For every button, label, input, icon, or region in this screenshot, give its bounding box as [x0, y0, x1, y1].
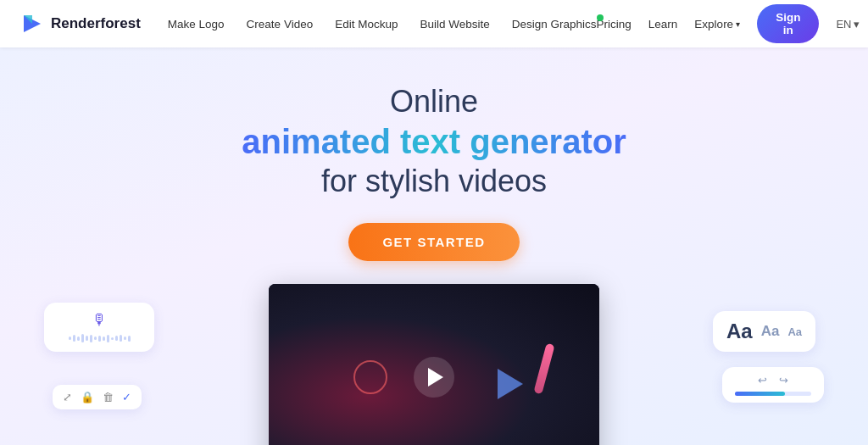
nav-design-graphics[interactable]: Design Graphics: [512, 18, 597, 31]
audio-wave: [69, 333, 131, 343]
sign-in-button[interactable]: Sign in: [757, 4, 819, 43]
font-size-large[interactable]: Aa: [726, 320, 753, 343]
trash-icon[interactable]: 🗑: [103, 391, 114, 403]
nav-explore[interactable]: Explore ▾: [694, 18, 740, 31]
logo-icon: [20, 12, 44, 36]
check-icon[interactable]: ✓: [122, 391, 131, 403]
nav-links: Make Logo Create Video Edit Mockup Build…: [168, 18, 597, 31]
deco-triangle: [498, 369, 523, 399]
video-play-button[interactable]: [414, 357, 454, 398]
logo-text: Renderforest: [51, 15, 141, 32]
lock-icon[interactable]: 🔒: [81, 391, 94, 403]
navbar: Renderforest Make Logo Create Video Edit…: [0, 0, 868, 47]
voice-widget: 🎙: [44, 303, 154, 352]
edit-toolbar: ⤢ 🔒 🗑 ✓: [53, 385, 142, 409]
nav-build-website[interactable]: Build Website: [420, 18, 489, 31]
deco-ring: [353, 360, 387, 394]
navbar-right: Pricing Learn Explore ▾ Sign in EN ▾: [597, 4, 860, 43]
video-inner: [269, 284, 599, 445]
font-size-widget: Aa Aa Aa: [713, 311, 815, 352]
nav-edit-mockup[interactable]: Edit Mockup: [335, 18, 398, 31]
navbar-left: Renderforest Make Logo Create Video Edit…: [20, 12, 597, 36]
slider-icons: ↩ ↪: [758, 374, 788, 387]
resize-icon[interactable]: ⤢: [63, 391, 72, 403]
redo-icon[interactable]: ↪: [779, 374, 788, 387]
nav-learn[interactable]: Learn: [648, 18, 678, 31]
hero-section: Online animated text generator for styli…: [0, 47, 868, 445]
slider-track[interactable]: [735, 392, 811, 396]
hero-line2: animated text generator: [242, 121, 626, 162]
language-selector[interactable]: EN ▾: [836, 18, 860, 31]
hero-line1: Online: [390, 83, 478, 120]
hero-line3: for stylish videos: [321, 164, 547, 199]
undo-icon[interactable]: ↩: [758, 374, 767, 387]
get-started-button[interactable]: GET STARTED: [348, 223, 519, 261]
deco-cylinder: [533, 343, 554, 395]
font-size-medium[interactable]: Aa: [761, 323, 780, 340]
nav-right-links: Pricing Learn Explore ▾: [597, 18, 741, 31]
language-label: EN: [836, 18, 851, 31]
chevron-down-icon: ▾: [854, 18, 860, 31]
font-size-small[interactable]: Aa: [787, 325, 802, 338]
microphone-icon: 🎙: [92, 311, 107, 329]
video-player[interactable]: How to Create Videos Online | Renderfore…: [269, 284, 599, 445]
logo[interactable]: Renderforest: [20, 12, 141, 36]
nav-make-logo[interactable]: Make Logo: [168, 18, 225, 31]
slider-fill: [735, 392, 785, 396]
slider-widget: ↩ ↪: [722, 367, 824, 403]
nav-create-video[interactable]: Create Video: [247, 18, 314, 31]
